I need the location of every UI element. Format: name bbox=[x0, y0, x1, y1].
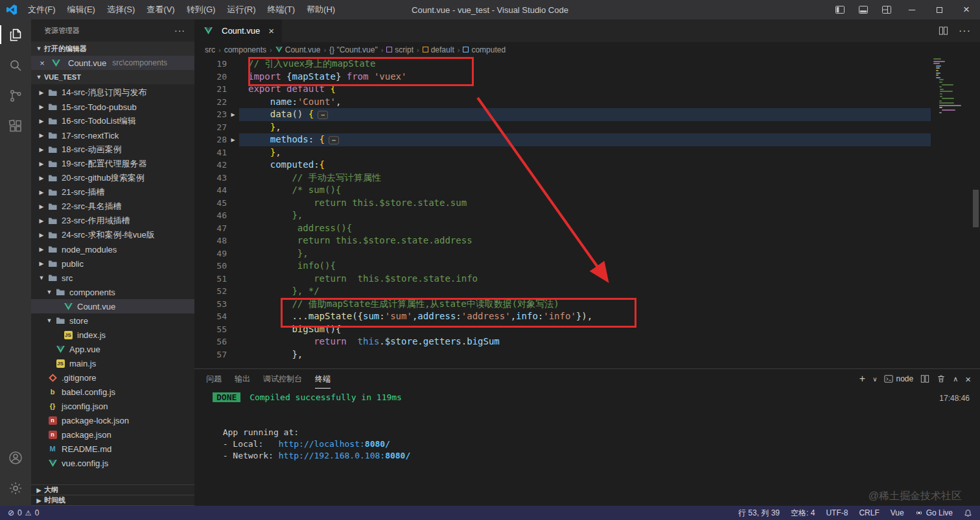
menu-item[interactable]: 终端(T) bbox=[261, 0, 301, 19]
panel-tab-item[interactable]: 调试控制台 bbox=[263, 369, 302, 389]
status-item-utf-8[interactable]: UTF-8 bbox=[826, 508, 848, 519]
status-item-vue[interactable]: Vue bbox=[891, 508, 904, 519]
toggle-sidebar-icon[interactable] bbox=[828, 0, 852, 19]
menu-item[interactable]: 转到(G) bbox=[181, 0, 222, 19]
code-line[interactable]: 43 // 手动去写计算属性 bbox=[194, 172, 931, 185]
timeline-section[interactable]: ▶ 时间线 bbox=[31, 495, 194, 506]
tree-item[interactable]: ▶21-src-插槽 bbox=[31, 185, 194, 199]
tab-close-icon[interactable]: × bbox=[268, 25, 274, 36]
code-line[interactable]: 46 }, bbox=[194, 209, 931, 222]
breadcrumb-item[interactable]: src bbox=[205, 45, 215, 54]
folded-region-icon[interactable]: ⋯ bbox=[329, 136, 339, 144]
tree-item[interactable]: MREADME.md bbox=[31, 442, 194, 456]
minimize-button[interactable]: ─ bbox=[898, 0, 926, 19]
terminal-dropdown-icon[interactable]: ∨ bbox=[872, 376, 877, 383]
code-line[interactable]: 21export default { bbox=[194, 83, 931, 96]
breadcrumb-item[interactable]: components bbox=[224, 45, 266, 54]
code-line[interactable]: 57 }, bbox=[194, 348, 931, 361]
tree-item[interactable]: ▶24-src-求和案例-纯vue版 bbox=[31, 228, 194, 242]
tree-item[interactable]: ▶22-src-具名插槽 bbox=[31, 199, 194, 214]
bell-icon[interactable] bbox=[964, 509, 972, 517]
code-line[interactable]: 51 return this.$store.state.info bbox=[194, 273, 931, 286]
terminal-link[interactable]: 8080/ bbox=[365, 439, 390, 449]
code-line[interactable]: 49 }, bbox=[194, 247, 931, 260]
close-editor-icon[interactable]: × bbox=[38, 58, 47, 68]
tree-item[interactable]: ▶19-src-配置代理服务器 bbox=[31, 157, 194, 171]
tree-item[interactable]: ▶16-src-TodoList编辑 bbox=[31, 114, 194, 128]
project-section-header[interactable]: ▼ VUE_TEST bbox=[31, 70, 194, 84]
editor-more-actions-icon[interactable]: ··· bbox=[959, 25, 971, 37]
minimap[interactable] bbox=[933, 58, 970, 114]
sidebar-more-actions-icon[interactable]: ··· bbox=[174, 25, 185, 36]
fold-chevron-icon[interactable]: ▶ bbox=[227, 108, 239, 121]
code-line[interactable]: 54 ...mapState({sum:'sum',address:'addre… bbox=[194, 310, 931, 323]
code-line[interactable]: 48 return this.$store.state.address bbox=[194, 234, 931, 247]
editor-scrollbar[interactable] bbox=[973, 190, 979, 227]
account-icon[interactable] bbox=[0, 442, 31, 473]
toggle-panel-icon[interactable] bbox=[852, 0, 875, 19]
breadcrumb-item[interactable]: computed bbox=[463, 45, 506, 54]
tree-item[interactable]: bbabel.config.js bbox=[31, 385, 194, 399]
terminal-link[interactable]: http://localhost: bbox=[279, 439, 365, 449]
close-button[interactable]: × bbox=[953, 0, 980, 19]
panel-tab-item[interactable]: 问题 bbox=[206, 369, 222, 389]
open-editor-item[interactable]: × Count.vue src\components bbox=[31, 56, 194, 70]
code-line[interactable]: 41 }, bbox=[194, 146, 931, 159]
status-item--4[interactable]: 空格: 4 bbox=[791, 508, 815, 519]
code-editor[interactable]: 19// 引入vuex身上的mapState20import {mapState… bbox=[194, 57, 980, 368]
menu-item[interactable]: 运行(R) bbox=[221, 0, 261, 19]
split-editor-icon[interactable] bbox=[939, 26, 948, 36]
split-terminal-icon[interactable] bbox=[920, 374, 929, 383]
tree-item[interactable]: vue.config.js bbox=[31, 456, 194, 470]
tree-item[interactable]: ▶15-src-Todo-pubsub bbox=[31, 100, 194, 114]
tree-item[interactable]: App.vue bbox=[31, 342, 194, 356]
terminal-link[interactable]: http://192.168.0.108: bbox=[279, 451, 385, 460]
tree-item[interactable]: ▼store bbox=[31, 313, 194, 328]
folded-region-icon[interactable]: ⋯ bbox=[318, 111, 328, 119]
menu-item[interactable]: 文件(F) bbox=[22, 0, 62, 19]
code-line[interactable]: 20import {mapState} from 'vuex' bbox=[194, 71, 931, 84]
tree-item[interactable]: ▶node_modules bbox=[31, 242, 194, 256]
status-item--53-39[interactable]: 行 53, 列 39 bbox=[738, 508, 780, 519]
open-editors-section[interactable]: ▼ 打开的编辑器 bbox=[31, 41, 194, 56]
menu-item[interactable]: 选择(S) bbox=[101, 0, 141, 19]
tab-count-vue[interactable]: Count.vue × bbox=[194, 19, 282, 42]
tree-item[interactable]: Count.vue bbox=[31, 299, 194, 313]
breadcrumb-item[interactable]: Count.vue bbox=[275, 45, 321, 54]
tree-item[interactable]: ▶23-src-作用域插槽 bbox=[31, 214, 194, 228]
code-line[interactable]: 55 bigSum(){ bbox=[194, 323, 931, 336]
fold-chevron-icon[interactable]: ▶ bbox=[227, 133, 239, 146]
code-line[interactable]: 44 /* sum(){ bbox=[194, 184, 931, 197]
code-line[interactable]: 19// 引入vuex身上的mapState bbox=[194, 58, 931, 71]
status-item-crlf[interactable]: CRLF bbox=[859, 508, 879, 519]
settings-gear-icon[interactable] bbox=[0, 473, 31, 503]
tree-item[interactable]: ▼src bbox=[31, 271, 194, 285]
tree-item[interactable]: .gitignore bbox=[31, 370, 194, 385]
tree-item[interactable]: JSindex.js bbox=[31, 328, 194, 342]
code-line[interactable]: 53 // 借助mapState生成计算属性,从state中读取数据(对象写法) bbox=[194, 298, 931, 311]
tree-item[interactable]: ▶20-src-github搜索案例 bbox=[31, 171, 194, 185]
code-line[interactable]: 27 }, bbox=[194, 121, 931, 134]
code-line[interactable]: 22 name:'Count', bbox=[194, 96, 931, 109]
terminal-output[interactable]: DONE Compiled successfully in 119ms App … bbox=[194, 389, 980, 506]
new-terminal-icon[interactable]: + bbox=[859, 373, 865, 385]
menu-item[interactable]: 帮助(H) bbox=[301, 0, 341, 19]
tree-item[interactable]: ▶18-src-动画案例 bbox=[31, 142, 194, 157]
tree-item[interactable]: ▶17-src-nextTick bbox=[31, 128, 194, 142]
search-icon[interactable] bbox=[0, 50, 31, 80]
tree-item[interactable]: npackage-lock.json bbox=[31, 413, 194, 427]
panel-tab-item[interactable]: 输出 bbox=[235, 369, 250, 389]
maximize-panel-icon[interactable]: ∧ bbox=[953, 375, 958, 383]
code-line[interactable]: 56 return this.$store.getters.bigSum bbox=[194, 335, 931, 348]
extensions-icon[interactable] bbox=[0, 111, 31, 141]
close-panel-icon[interactable]: × bbox=[965, 374, 971, 385]
source-control-icon[interactable] bbox=[0, 80, 31, 111]
panel-tab-active[interactable]: 终端 bbox=[315, 369, 331, 389]
breadcrumb-item[interactable]: {} "Count.vue" bbox=[329, 45, 378, 54]
code-line[interactable]: 47 address(){ bbox=[194, 222, 931, 235]
tree-item[interactable]: ▼components bbox=[31, 285, 194, 299]
terminal-link[interactable]: 8080/ bbox=[385, 451, 410, 460]
status-item-go-live[interactable]: Go Live bbox=[915, 508, 953, 519]
code-line[interactable]: 28▶ methods: {⋯ bbox=[194, 133, 931, 146]
terminal-profile[interactable]: node bbox=[884, 374, 913, 383]
